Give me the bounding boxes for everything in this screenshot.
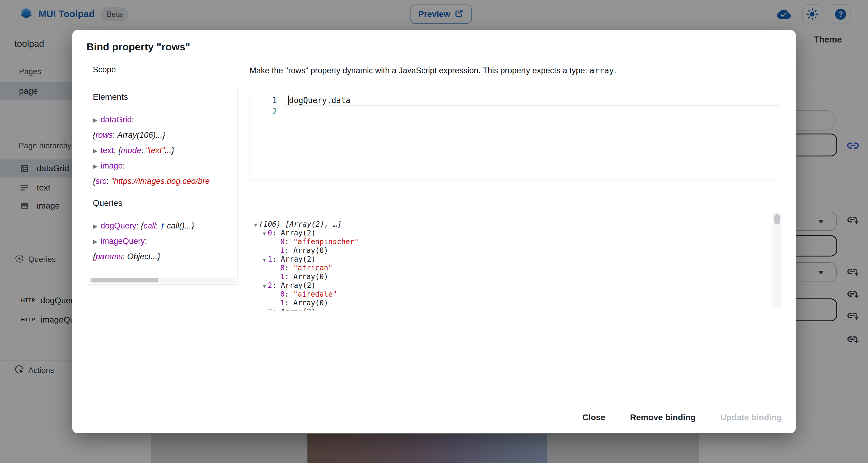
line-number-1: 1 <box>257 96 277 105</box>
result-row: 1: Array(0) <box>250 246 784 255</box>
result-row: 0: "affenpinscher" <box>250 238 784 246</box>
tree-expanded-icon[interactable]: ▼ <box>263 257 266 263</box>
js-expression-editor[interactable]: 1 2 dogQuery.data <box>250 92 780 181</box>
tree-collapsed-icon[interactable]: ▶ <box>93 222 97 230</box>
tree-item-dogquery[interactable]: ▶dogQuery: {call: ƒ call()...} <box>93 218 232 234</box>
dialog-description: Make the "rows" property dynamic with a … <box>250 66 786 75</box>
update-binding-button[interactable]: Update binding <box>717 408 785 427</box>
tree-item-datagrid-preview: {rows: Array(106)...} <box>93 127 232 143</box>
result-row[interactable]: ▼0: Array(2) <box>250 229 784 238</box>
tree-collapsed-icon[interactable]: ▶ <box>93 162 97 170</box>
tree-collapsed-icon[interactable]: ▶ <box>93 238 97 245</box>
remove-binding-button[interactable]: Remove binding <box>627 408 699 427</box>
result-row: 0: "airedale" <box>250 290 784 299</box>
tree-expanded-icon[interactable]: ▼ <box>263 230 266 237</box>
result-row[interactable]: ▼1: Array(2) <box>250 255 784 264</box>
horizontal-scrollbar[interactable] <box>88 278 236 283</box>
elements-header: Elements <box>87 86 238 108</box>
editor-active-line <box>285 95 779 106</box>
queries-tree: ▶dogQuery: {call: ƒ call()...} ▶imageQue… <box>87 214 238 267</box>
dialog-actions: Close Remove binding Update binding <box>579 408 785 427</box>
result-row: 1: Array(0) <box>250 273 784 281</box>
tree-expanded-icon[interactable]: ▼ <box>263 283 266 289</box>
tree-collapsed-icon[interactable]: ▶ <box>93 147 97 154</box>
scope-panel: Elements ▶dataGrid: {rows: Array(106)...… <box>87 86 238 284</box>
elements-tree: ▶dataGrid: {rows: Array(106)...} ▶text: … <box>87 108 238 192</box>
scope-label: Scope <box>93 65 116 74</box>
tree-item-imagequery[interactable]: ▶imageQuery: <box>93 234 232 249</box>
vertical-scrollbar[interactable] <box>772 213 781 308</box>
tree-item-image[interactable]: ▶image: <box>93 158 232 174</box>
result-row: 1: Array(0) <box>250 299 784 307</box>
result-row: 0: "african" <box>250 264 784 273</box>
tree-item-image-preview: {src: "https://images.dog.ceo/bre <box>93 174 232 189</box>
editor-code[interactable]: dogQuery.data <box>289 96 350 105</box>
line-number-2: 2 <box>257 107 277 116</box>
tree-item-imagequery-preview: {params: Object...} <box>93 249 232 265</box>
bind-property-dialog: Bind property "rows" Scope Elements ▶dat… <box>72 30 796 433</box>
scrollbar-thumb[interactable] <box>91 278 158 282</box>
tree-collapsed-icon[interactable]: ▶ <box>93 116 97 124</box>
tree-expanded-icon[interactable]: ▼ <box>263 309 266 310</box>
result-root-row[interactable]: ▼(106) [Array(2), …] <box>250 220 784 229</box>
tree-item-text[interactable]: ▶text: {mode: "text"...} <box>93 143 232 158</box>
scrollbar-thumb[interactable] <box>774 214 780 224</box>
result-row[interactable]: ▼2: Array(2) <box>250 281 784 290</box>
close-button[interactable]: Close <box>579 408 608 427</box>
expression-result-tree: ▼(106) [Array(2), …] ▼0: Array(2) 0: "af… <box>250 211 784 310</box>
queries-header: Queries <box>87 192 238 214</box>
result-row[interactable]: ▼3: Array(2) <box>250 307 784 310</box>
tree-expanded-icon[interactable]: ▼ <box>254 222 257 228</box>
tree-item-datagrid[interactable]: ▶dataGrid: <box>93 112 232 127</box>
dialog-title: Bind property "rows" <box>87 41 190 53</box>
